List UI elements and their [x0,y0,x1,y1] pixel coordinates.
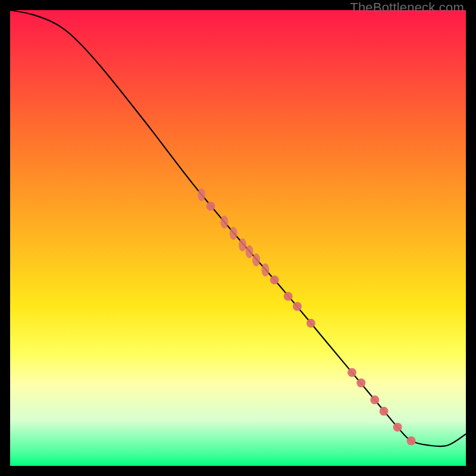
watermark-label: TheBottleneck.com [350,0,464,15]
bottleneck-curve-line [10,10,466,446]
curve-marker [206,202,215,211]
curve-marker [347,368,356,377]
chart-frame: TheBottleneck.com [0,0,476,476]
curve-marker [252,253,260,267]
curve-marker [239,238,246,251]
curve-marker [370,395,379,404]
curve-marker [261,264,269,277]
curve-marker [293,302,302,311]
curve-marker [246,245,253,258]
curve-marker [270,275,279,284]
curve-marker [380,407,389,416]
curve-marker [393,422,402,431]
curve-marker [230,227,237,240]
curve-marker [284,292,293,301]
curve-markers [198,188,415,445]
plot-area [10,10,466,466]
bottleneck-curve-svg [10,10,466,466]
curve-marker [407,436,416,445]
curve-marker [356,378,365,387]
curve-marker [306,319,315,328]
curve-marker [221,215,228,228]
curve-marker [198,188,205,201]
